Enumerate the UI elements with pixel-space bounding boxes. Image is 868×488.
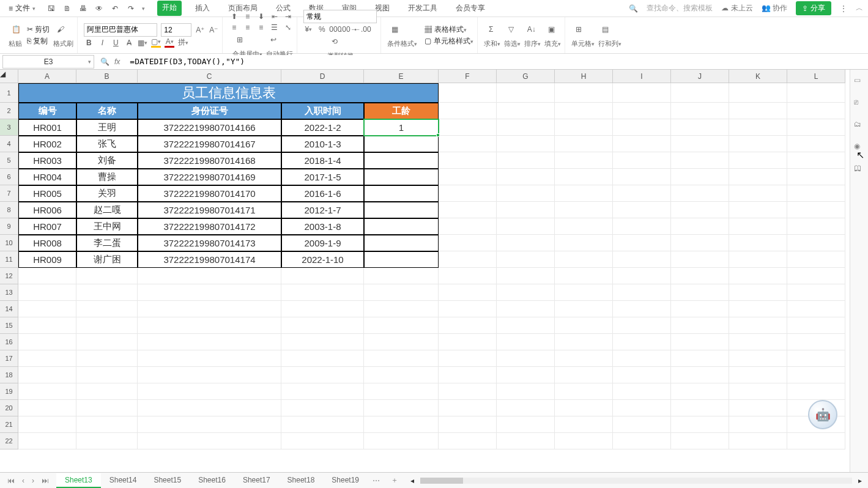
cell-C16[interactable] bbox=[138, 334, 281, 350]
cell-B11[interactable]: 谢广困 bbox=[76, 251, 138, 268]
cell-G12[interactable] bbox=[497, 268, 555, 284]
cell-B7[interactable]: 关羽 bbox=[76, 185, 138, 202]
cell-I10[interactable] bbox=[613, 235, 671, 251]
cell-I16[interactable] bbox=[613, 334, 671, 350]
cell-G10[interactable] bbox=[497, 235, 555, 251]
indent-dec-icon[interactable]: ⇤ bbox=[270, 12, 280, 21]
cell-B6[interactable]: 曹操 bbox=[76, 169, 138, 185]
col-header-A[interactable]: A bbox=[18, 70, 76, 83]
cell-J9[interactable] bbox=[671, 218, 729, 235]
assistant-bubble[interactable]: 🤖 bbox=[808, 400, 837, 429]
sum-icon[interactable]: Σ bbox=[484, 22, 499, 37]
cell-F1[interactable] bbox=[439, 83, 497, 103]
cell-K4[interactable] bbox=[729, 136, 787, 152]
cell-I11[interactable] bbox=[613, 251, 671, 268]
cell-A10[interactable]: HR008 bbox=[18, 235, 76, 251]
cell-D5[interactable]: 2018-1-4 bbox=[281, 152, 364, 169]
cell-G9[interactable] bbox=[497, 218, 555, 235]
cell-H14[interactable] bbox=[555, 301, 613, 317]
cell-I5[interactable] bbox=[613, 152, 671, 169]
cell-K11[interactable] bbox=[729, 251, 787, 268]
cell-A16[interactable] bbox=[18, 334, 76, 350]
cell-H17[interactable] bbox=[555, 350, 613, 367]
cell-C10[interactable]: 372222199807014173 bbox=[138, 235, 281, 251]
cell-B22[interactable] bbox=[76, 433, 138, 449]
more-menu-icon[interactable]: ⋮ bbox=[840, 4, 847, 13]
col-header-L[interactable]: L bbox=[787, 70, 845, 83]
cell-E11[interactable] bbox=[364, 251, 439, 268]
cell-A8[interactable]: HR006 bbox=[18, 202, 76, 218]
col-header-J[interactable]: J bbox=[671, 70, 729, 83]
cell-B10[interactable]: 李二蛋 bbox=[76, 235, 138, 251]
cell-G7[interactable] bbox=[497, 185, 555, 202]
cell-F8[interactable] bbox=[439, 202, 497, 218]
cell-K2[interactable] bbox=[729, 103, 787, 119]
cell-H19[interactable] bbox=[555, 383, 613, 400]
cell-K19[interactable] bbox=[729, 383, 787, 400]
cell-D22[interactable] bbox=[281, 433, 364, 449]
cell-K9[interactable] bbox=[729, 218, 787, 235]
cell-D7[interactable]: 2016-1-6 bbox=[281, 185, 364, 202]
cell-G5[interactable] bbox=[497, 152, 555, 169]
tab-会员专享[interactable]: 会员专享 bbox=[451, 1, 490, 16]
cell-A11[interactable]: HR009 bbox=[18, 251, 76, 268]
cell-I22[interactable] bbox=[613, 433, 671, 449]
cell-D10[interactable]: 2009-1-9 bbox=[281, 235, 364, 251]
cell-E22[interactable] bbox=[364, 433, 439, 449]
sheet-tab-Sheet15[interactable]: Sheet15 bbox=[145, 473, 190, 488]
cell-B12[interactable] bbox=[76, 268, 138, 284]
cell-L12[interactable] bbox=[787, 268, 845, 284]
cell-I13[interactable] bbox=[613, 284, 671, 301]
row-header-7[interactable]: 7 bbox=[0, 185, 18, 202]
cell-A6[interactable]: HR004 bbox=[18, 169, 76, 185]
row-header-2[interactable]: 2 bbox=[0, 103, 18, 119]
cell-E5[interactable] bbox=[364, 152, 439, 169]
col-header-B[interactable]: B bbox=[76, 70, 138, 83]
align-top-icon[interactable]: ⬆ bbox=[229, 12, 239, 21]
cell-F20[interactable] bbox=[439, 400, 497, 416]
cell-L1[interactable] bbox=[787, 83, 845, 103]
cell-I18[interactable] bbox=[613, 367, 671, 383]
cut-button[interactable]: ✂ 剪切 bbox=[27, 24, 50, 35]
cell-A18[interactable] bbox=[18, 367, 76, 383]
sheet-first-icon[interactable]: ⏮ bbox=[5, 476, 17, 485]
cell-I14[interactable] bbox=[613, 301, 671, 317]
cell-J15[interactable] bbox=[671, 317, 729, 334]
cell-I2[interactable] bbox=[613, 103, 671, 119]
fill-color-icon[interactable]: ▢▾ bbox=[151, 38, 161, 48]
inc-decimal-icon[interactable]: .00→ bbox=[344, 24, 354, 34]
row-header-17[interactable]: 17 bbox=[0, 350, 18, 367]
cell-F5[interactable] bbox=[439, 152, 497, 169]
table-title[interactable]: 员工信息信息表 bbox=[18, 83, 439, 103]
select-all-corner[interactable]: ◢ bbox=[0, 70, 18, 83]
phonetic-icon[interactable]: 拼▾ bbox=[178, 38, 188, 48]
cell-G1[interactable] bbox=[497, 83, 555, 103]
table-style-button[interactable]: ▦ 表格样式▾ bbox=[425, 24, 466, 35]
fx-search-icon[interactable]: 🔍 bbox=[100, 57, 109, 66]
cloud-status[interactable]: ☁ 未上云 bbox=[721, 3, 752, 13]
cell-A21[interactable] bbox=[18, 416, 76, 433]
cell-I9[interactable] bbox=[613, 218, 671, 235]
cell-J2[interactable] bbox=[671, 103, 729, 119]
cell-L2[interactable] bbox=[787, 103, 845, 119]
header-名称[interactable]: 名称 bbox=[76, 103, 138, 119]
cell-B19[interactable] bbox=[76, 383, 138, 400]
cell-H3[interactable] bbox=[555, 119, 613, 136]
cell-D6[interactable]: 2017-1-5 bbox=[281, 169, 364, 185]
row-header-18[interactable]: 18 bbox=[0, 367, 18, 383]
sheet-prev-icon[interactable]: ‹ bbox=[20, 476, 27, 485]
cell-D14[interactable] bbox=[281, 301, 364, 317]
cell-F12[interactable] bbox=[439, 268, 497, 284]
header-编号[interactable]: 编号 bbox=[18, 103, 76, 119]
row-header-11[interactable]: 11 bbox=[0, 251, 18, 268]
sort-icon[interactable]: A↓ bbox=[524, 22, 539, 37]
cell-K15[interactable] bbox=[729, 317, 787, 334]
cell-H2[interactable] bbox=[555, 103, 613, 119]
col-header-G[interactable]: G bbox=[497, 70, 555, 83]
cell-D21[interactable] bbox=[281, 416, 364, 433]
formula-input[interactable] bbox=[126, 55, 868, 68]
rowcol-icon[interactable]: ▤ bbox=[598, 22, 613, 37]
row-header-8[interactable]: 8 bbox=[0, 202, 18, 218]
cell-E20[interactable] bbox=[364, 400, 439, 416]
cell-G21[interactable] bbox=[497, 416, 555, 433]
